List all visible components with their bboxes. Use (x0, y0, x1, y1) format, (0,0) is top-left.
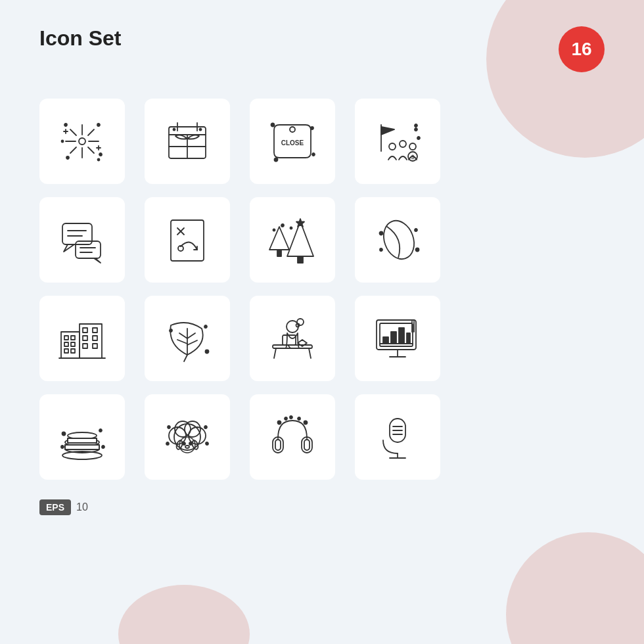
svg-rect-77 (83, 344, 87, 348)
svg-point-58 (273, 229, 275, 231)
svg-line-80 (184, 355, 187, 361)
svg-point-26 (200, 129, 202, 131)
icon-desk-worker (250, 296, 335, 381)
svg-rect-70 (64, 349, 68, 353)
svg-point-131 (185, 446, 189, 448)
svg-point-41 (415, 124, 417, 127)
svg-point-121 (61, 446, 64, 448)
svg-rect-116 (68, 438, 97, 443)
svg-line-84 (187, 333, 195, 338)
svg-point-120 (99, 429, 102, 432)
svg-rect-67 (71, 336, 75, 340)
eps-label: EPS (39, 499, 71, 515)
svg-point-119 (62, 432, 66, 436)
svg-rect-48 (171, 220, 204, 261)
svg-point-146 (285, 417, 287, 420)
svg-point-88 (206, 350, 209, 354)
svg-point-145 (298, 417, 300, 420)
svg-point-35 (400, 141, 406, 147)
svg-marker-56 (296, 219, 304, 227)
svg-point-64 (380, 248, 382, 251)
icon-sheep (145, 394, 230, 480)
svg-point-130 (189, 442, 192, 445)
svg-line-5 (70, 129, 76, 135)
svg-rect-55 (298, 256, 303, 263)
page-footer: EPS 10 (39, 499, 605, 515)
svg-point-142 (278, 421, 281, 425)
svg-point-144 (290, 416, 292, 419)
icon-strategy-board (145, 197, 230, 283)
icon-headphones (250, 394, 335, 480)
eps-version: 10 (76, 501, 88, 513)
svg-point-61 (380, 232, 383, 235)
svg-line-91 (274, 348, 276, 358)
svg-point-32 (275, 158, 278, 162)
svg-point-57 (281, 224, 284, 227)
badge-number: 16 (559, 26, 605, 72)
icon-buildings (39, 296, 125, 381)
svg-rect-66 (64, 336, 68, 340)
svg-rect-113 (65, 445, 99, 449)
svg-rect-53 (277, 250, 281, 256)
svg-point-122 (102, 446, 104, 448)
svg-line-6 (88, 147, 94, 153)
svg-point-30 (311, 127, 313, 129)
svg-rect-69 (71, 342, 75, 346)
svg-rect-75 (83, 336, 87, 340)
svg-point-12 (99, 153, 102, 156)
svg-point-143 (304, 421, 308, 425)
bg-decor-bottom-left (118, 585, 250, 644)
svg-rect-140 (275, 440, 281, 450)
svg-point-40 (417, 137, 420, 139)
svg-point-11 (66, 156, 69, 159)
svg-point-63 (416, 248, 419, 252)
svg-rect-45 (76, 241, 101, 258)
svg-point-34 (389, 143, 396, 150)
svg-point-96 (297, 319, 304, 325)
icon-grid: CLOSE (39, 99, 605, 480)
svg-rect-74 (93, 328, 97, 333)
svg-point-25 (173, 129, 175, 131)
icon-leaf (145, 296, 230, 381)
svg-rect-105 (407, 333, 410, 344)
icon-calendar-gift (145, 99, 230, 184)
svg-point-134 (168, 426, 170, 428)
svg-rect-73 (83, 328, 87, 333)
svg-rect-68 (64, 342, 68, 346)
svg-rect-141 (304, 440, 310, 450)
svg-rect-102 (383, 337, 388, 344)
svg-line-7 (88, 129, 94, 135)
icon-fireworks (39, 99, 125, 184)
svg-point-86 (170, 329, 172, 332)
svg-point-27 (290, 127, 295, 132)
icon-analytics-monitor (355, 296, 440, 381)
svg-point-0 (79, 138, 85, 145)
svg-rect-104 (399, 328, 404, 344)
svg-line-83 (177, 340, 187, 344)
svg-rect-76 (93, 336, 97, 340)
svg-text:$: $ (411, 154, 414, 160)
svg-point-29 (271, 124, 275, 127)
svg-point-31 (312, 153, 315, 156)
svg-point-10 (97, 124, 100, 126)
svg-rect-71 (71, 349, 75, 353)
page-title: Icon Set (39, 26, 121, 51)
svg-line-85 (187, 340, 197, 345)
svg-point-14 (98, 159, 100, 161)
icon-team-goal: $ (355, 99, 440, 184)
svg-point-62 (415, 229, 417, 231)
svg-point-59 (290, 227, 292, 229)
svg-line-8 (70, 147, 76, 153)
svg-marker-52 (269, 227, 289, 250)
svg-point-136 (166, 442, 169, 445)
icon-chat-bubbles (39, 197, 125, 283)
svg-text:CLOSE: CLOSE (281, 139, 304, 147)
svg-point-9 (64, 124, 67, 126)
page-header: Icon Set 16 (39, 26, 605, 72)
svg-rect-103 (391, 332, 396, 344)
svg-point-36 (409, 143, 416, 150)
svg-point-135 (204, 426, 207, 428)
icon-close-tag: CLOSE (250, 99, 335, 184)
icon-christmas-trees (250, 197, 335, 283)
svg-line-92 (309, 348, 311, 358)
